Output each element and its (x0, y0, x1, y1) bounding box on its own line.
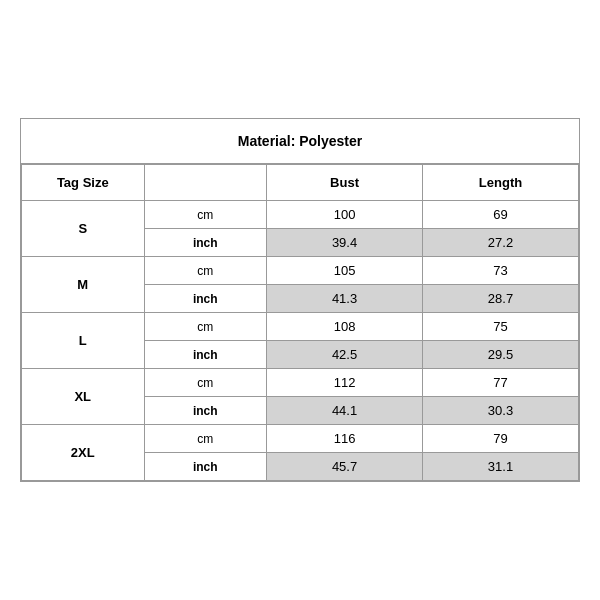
table-row: Scm10069 (22, 201, 579, 229)
header-unit (144, 165, 267, 201)
length-inch: 29.5 (423, 341, 579, 369)
unit-cm: cm (144, 257, 267, 285)
bust-inch: 39.4 (267, 229, 423, 257)
size-label: 2XL (22, 425, 145, 481)
length-cm: 77 (423, 369, 579, 397)
bust-inch: 41.3 (267, 285, 423, 313)
unit-inch: inch (144, 453, 267, 481)
length-cm: 75 (423, 313, 579, 341)
bust-cm: 105 (267, 257, 423, 285)
bust-cm: 100 (267, 201, 423, 229)
size-table: Tag Size Bust Length Scm10069inch39.427.… (21, 164, 579, 481)
size-label: M (22, 257, 145, 313)
table-row: 2XLcm11679 (22, 425, 579, 453)
size-label: XL (22, 369, 145, 425)
bust-inch: 42.5 (267, 341, 423, 369)
table-row: Mcm10573 (22, 257, 579, 285)
header-length: Length (423, 165, 579, 201)
bust-cm: 112 (267, 369, 423, 397)
header-bust: Bust (267, 165, 423, 201)
unit-inch: inch (144, 229, 267, 257)
unit-cm: cm (144, 201, 267, 229)
size-chart-container: Material: Polyester Tag Size Bust Length… (20, 118, 580, 482)
unit-cm: cm (144, 369, 267, 397)
length-inch: 27.2 (423, 229, 579, 257)
unit-inch: inch (144, 397, 267, 425)
table-row: XLcm11277 (22, 369, 579, 397)
bust-inch: 45.7 (267, 453, 423, 481)
unit-cm: cm (144, 313, 267, 341)
unit-inch: inch (144, 341, 267, 369)
bust-inch: 44.1 (267, 397, 423, 425)
length-inch: 28.7 (423, 285, 579, 313)
length-cm: 73 (423, 257, 579, 285)
size-label: L (22, 313, 145, 369)
size-label: S (22, 201, 145, 257)
table-row: Lcm10875 (22, 313, 579, 341)
bust-cm: 116 (267, 425, 423, 453)
unit-inch: inch (144, 285, 267, 313)
length-cm: 79 (423, 425, 579, 453)
unit-cm: cm (144, 425, 267, 453)
chart-title: Material: Polyester (21, 119, 579, 164)
length-inch: 30.3 (423, 397, 579, 425)
length-inch: 31.1 (423, 453, 579, 481)
bust-cm: 108 (267, 313, 423, 341)
length-cm: 69 (423, 201, 579, 229)
header-tag-size: Tag Size (22, 165, 145, 201)
